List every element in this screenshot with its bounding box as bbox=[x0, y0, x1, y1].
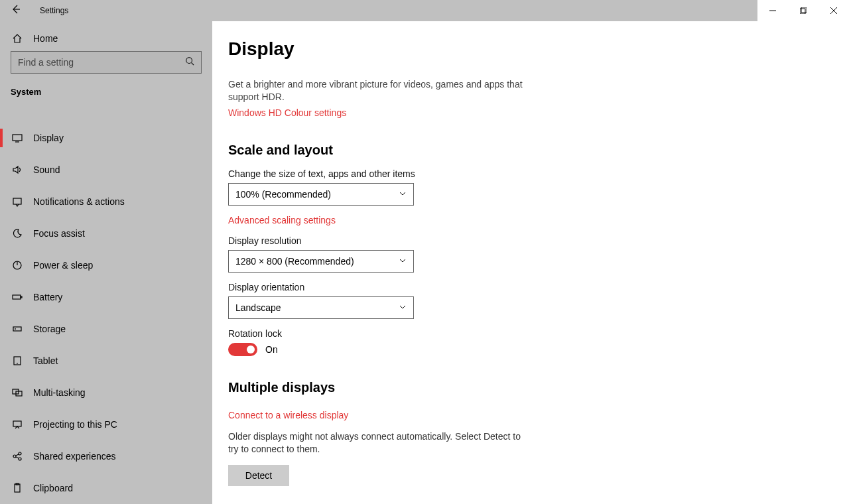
scale-layout-heading: Scale and layout bbox=[228, 143, 822, 158]
scale-dropdown-value: 100% (Recommended) bbox=[235, 189, 331, 200]
close-icon bbox=[830, 5, 837, 17]
titlebar-left: Settings bbox=[0, 0, 68, 21]
multiple-displays-heading: Multiple displays bbox=[228, 380, 822, 395]
toggle-knob bbox=[247, 346, 255, 353]
maximize-button[interactable] bbox=[788, 0, 818, 21]
sidebar-nav: Display Sound Notifications & actions Fo… bbox=[0, 122, 212, 504]
svg-rect-3 bbox=[801, 7, 807, 13]
hdr-settings-link[interactable]: Windows HD Colour settings bbox=[228, 107, 346, 118]
minimize-button[interactable] bbox=[757, 0, 788, 21]
sidebar-item-label: Clipboard bbox=[33, 483, 73, 493]
rotation-lock-row: On bbox=[228, 343, 822, 356]
storage-icon bbox=[11, 324, 24, 334]
sidebar-item-battery[interactable]: Battery bbox=[0, 281, 212, 313]
share-icon bbox=[11, 451, 24, 462]
rotation-lock-state: On bbox=[265, 344, 278, 355]
svg-line-25 bbox=[16, 454, 19, 456]
wireless-display-link[interactable]: Connect to a wireless display bbox=[228, 410, 348, 420]
titlebar: Settings bbox=[0, 0, 849, 21]
back-button[interactable] bbox=[0, 0, 32, 21]
sidebar-item-sound[interactable]: Sound bbox=[0, 154, 212, 186]
svg-rect-8 bbox=[13, 135, 22, 141]
svg-rect-15 bbox=[13, 327, 21, 331]
home-icon bbox=[11, 33, 24, 44]
minimize-icon bbox=[769, 5, 776, 17]
project-icon bbox=[11, 419, 24, 430]
maximize-icon bbox=[800, 5, 807, 17]
moon-icon bbox=[11, 228, 24, 239]
svg-line-26 bbox=[16, 457, 19, 458]
sidebar-item-label: Notifications & actions bbox=[33, 196, 125, 207]
sidebar-item-label: Display bbox=[33, 133, 64, 143]
sidebar-item-label: Storage bbox=[33, 324, 66, 334]
back-arrow-icon bbox=[11, 4, 21, 17]
sound-icon bbox=[11, 164, 24, 175]
detect-button[interactable]: Detect bbox=[228, 465, 289, 486]
tablet-icon bbox=[11, 355, 24, 366]
chevron-down-icon bbox=[399, 256, 407, 267]
sidebar-item-power-sleep[interactable]: Power & sleep bbox=[0, 249, 212, 281]
svg-rect-14 bbox=[21, 296, 22, 298]
svg-point-24 bbox=[19, 458, 21, 460]
sidebar-home[interactable]: Home bbox=[0, 29, 212, 47]
sidebar: Home System Display Sound Notificat bbox=[0, 21, 212, 504]
clipboard-icon bbox=[11, 483, 24, 493]
main-content: Display Get a brighter and more vibrant … bbox=[212, 21, 849, 504]
orientation-dropdown-value: Landscape bbox=[235, 302, 281, 313]
battery-icon bbox=[11, 292, 24, 302]
sidebar-item-display[interactable]: Display bbox=[0, 122, 212, 154]
sidebar-item-label: Multi-tasking bbox=[33, 387, 86, 398]
scale-dropdown[interactable]: 100% (Recommended) bbox=[228, 183, 414, 206]
svg-rect-27 bbox=[15, 484, 20, 492]
multitask-icon bbox=[11, 387, 24, 398]
sidebar-item-projecting[interactable]: Projecting to this PC bbox=[0, 409, 212, 440]
rotation-lock-toggle[interactable] bbox=[228, 343, 257, 356]
orientation-dropdown[interactable]: Landscape bbox=[228, 296, 414, 319]
search-input[interactable] bbox=[18, 57, 185, 68]
detect-button-label: Detect bbox=[245, 470, 272, 481]
notification-icon bbox=[11, 196, 24, 207]
search-wrap bbox=[0, 51, 212, 74]
sidebar-item-notifications[interactable]: Notifications & actions bbox=[0, 186, 212, 218]
detect-description: Older displays might not always connect … bbox=[228, 430, 527, 456]
app-title: Settings bbox=[40, 6, 68, 15]
svg-rect-13 bbox=[13, 295, 21, 299]
sidebar-item-storage[interactable]: Storage bbox=[0, 313, 212, 345]
close-button[interactable] bbox=[818, 0, 849, 21]
chevron-down-icon bbox=[399, 189, 407, 200]
sidebar-item-multitasking[interactable]: Multi-tasking bbox=[0, 377, 212, 409]
sidebar-item-label: Tablet bbox=[33, 355, 58, 366]
sidebar-item-shared-experiences[interactable]: Shared experiences bbox=[0, 440, 212, 472]
caption-buttons bbox=[757, 0, 849, 21]
svg-rect-2 bbox=[800, 9, 805, 14]
power-icon bbox=[11, 260, 24, 271]
sidebar-item-label: Focus assist bbox=[33, 228, 85, 239]
sidebar-item-label: Sound bbox=[33, 164, 60, 175]
sidebar-item-label: Battery bbox=[33, 292, 62, 302]
monitor-icon bbox=[11, 133, 24, 143]
hdr-description: Get a brighter and more vibrant picture … bbox=[228, 78, 533, 103]
svg-point-23 bbox=[19, 452, 21, 455]
search-icon bbox=[185, 56, 194, 68]
sidebar-item-label: Projecting to this PC bbox=[33, 419, 117, 430]
app-body: Home System Display Sound Notificat bbox=[0, 21, 849, 504]
page-title: Display bbox=[228, 38, 822, 60]
scale-label: Change the size of text, apps and other … bbox=[228, 168, 822, 179]
sidebar-item-clipboard[interactable]: Clipboard bbox=[0, 472, 212, 504]
svg-point-22 bbox=[13, 455, 16, 458]
sidebar-item-focus-assist[interactable]: Focus assist bbox=[0, 218, 212, 249]
sidebar-item-tablet[interactable]: Tablet bbox=[0, 345, 212, 377]
chevron-down-icon bbox=[399, 302, 407, 313]
resolution-dropdown[interactable]: 1280 × 800 (Recommended) bbox=[228, 250, 414, 273]
svg-rect-10 bbox=[13, 198, 21, 204]
search-box[interactable] bbox=[11, 51, 202, 74]
rotation-lock-label: Rotation lock bbox=[228, 328, 822, 339]
orientation-label: Display orientation bbox=[228, 282, 822, 292]
sidebar-home-label: Home bbox=[33, 33, 58, 44]
sidebar-item-label: Shared experiences bbox=[33, 451, 116, 462]
resolution-dropdown-value: 1280 × 800 (Recommended) bbox=[235, 256, 354, 267]
svg-rect-21 bbox=[13, 421, 21, 426]
advanced-scaling-link[interactable]: Advanced scaling settings bbox=[228, 215, 336, 225]
resolution-label: Display resolution bbox=[228, 235, 822, 246]
svg-line-7 bbox=[192, 63, 194, 66]
